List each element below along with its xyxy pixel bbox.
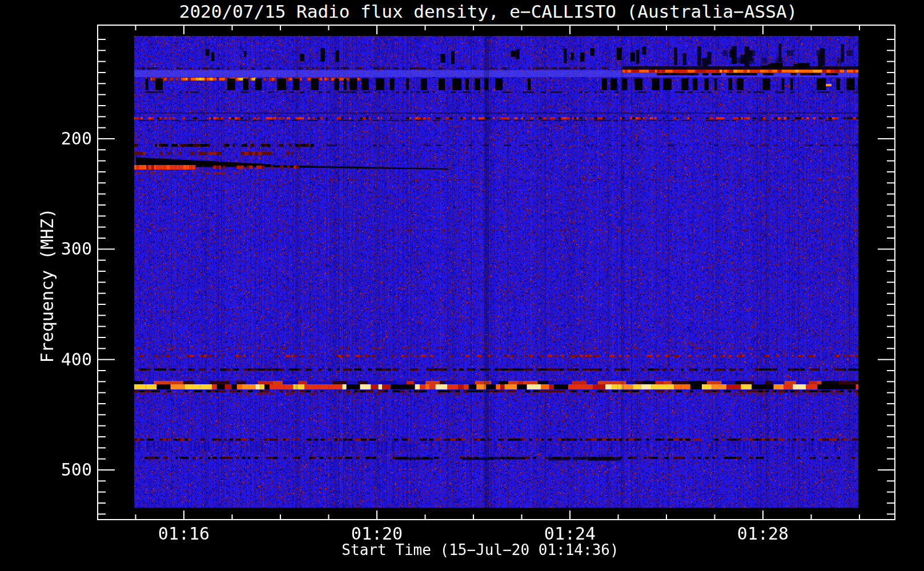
x-axis-title: Start Time (15−Jul−20 01:14:36) bbox=[342, 541, 618, 558]
x-tick-label: 01:28 bbox=[737, 525, 789, 542]
axes-frame bbox=[0, 0, 924, 571]
y-tick-label: 200 bbox=[29, 130, 92, 147]
y-tick-label: 300 bbox=[29, 240, 92, 258]
y-tick-label: 400 bbox=[29, 351, 92, 368]
y-axis-title: Frequency (MHZ) bbox=[37, 208, 57, 363]
x-tick-label: 01:16 bbox=[158, 525, 210, 542]
spectrogram-chart: 2020/07/15 Radio flux density, e−CALLIST… bbox=[0, 0, 924, 571]
y-tick-label: 500 bbox=[29, 461, 92, 478]
x-tick-label: 01:24 bbox=[544, 525, 596, 542]
x-tick-label: 01:20 bbox=[351, 525, 403, 542]
plot-frame bbox=[98, 25, 895, 520]
